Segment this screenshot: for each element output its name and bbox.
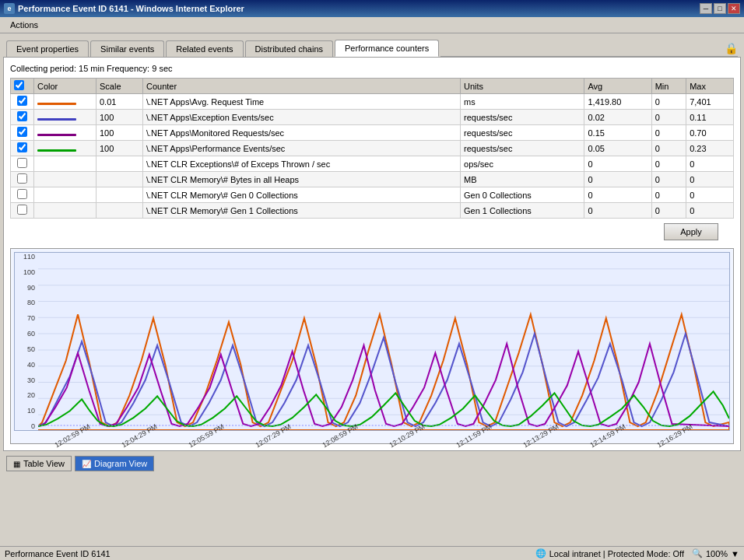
table-row: \.NET CLR Memory\# Bytes in all HeapsMB0… bbox=[11, 172, 734, 187]
col-avg: Avg bbox=[584, 79, 651, 94]
row-min-cell: 0 bbox=[651, 156, 686, 172]
row-checkbox-cell[interactable] bbox=[11, 172, 34, 187]
row-counter-cell: \.NET CLR Exceptions\# of Exceps Thrown … bbox=[143, 156, 461, 172]
y-label-40: 40 bbox=[16, 361, 35, 369]
row-counter-cell: \.NET Apps\Performance Events/sec bbox=[143, 141, 461, 156]
table-header-row: Color Scale Counter Units Avg Min Max bbox=[11, 79, 734, 94]
table-row: \.NET CLR Exceptions\# of Exceps Thrown … bbox=[11, 156, 734, 172]
y-label-30: 30 bbox=[16, 376, 35, 384]
color-line bbox=[37, 118, 76, 121]
tab-related-events[interactable]: Related events bbox=[166, 40, 243, 57]
row-scale-cell: 100 bbox=[97, 125, 143, 141]
y-label-50: 50 bbox=[16, 345, 35, 353]
col-min: Min bbox=[651, 79, 686, 94]
table-row: 100\.NET Apps\Performance Events/secrequ… bbox=[11, 141, 734, 156]
col-units: Units bbox=[461, 79, 584, 94]
row-counter-cell: \.NET Apps\Monitored Requests/sec bbox=[143, 125, 461, 141]
y-label-20: 20 bbox=[16, 391, 35, 399]
tab-similar-events[interactable]: Similar events bbox=[90, 40, 164, 57]
row-7-checkbox[interactable] bbox=[17, 205, 27, 215]
time-labels: 12:02:59 PM12:04:29 PM12:05:59 PM12:07:2… bbox=[14, 431, 730, 440]
row-max-cell: 0 bbox=[686, 203, 734, 219]
select-all-checkbox[interactable] bbox=[14, 80, 24, 90]
row-1-checkbox[interactable] bbox=[17, 111, 27, 121]
y-axis-labels: 110 100 90 80 70 60 50 40 30 20 10 0 bbox=[15, 253, 37, 430]
row-6-checkbox[interactable] bbox=[17, 189, 27, 199]
row-min-cell: 0 bbox=[651, 141, 686, 156]
y-label-10: 10 bbox=[16, 407, 35, 415]
row-scale-cell bbox=[97, 187, 143, 203]
apply-section: Apply bbox=[10, 219, 718, 245]
maximize-button[interactable]: □ bbox=[714, 3, 726, 14]
row-avg-cell: 0 bbox=[584, 187, 651, 203]
row-min-cell: 0 bbox=[651, 110, 686, 125]
tab-event-properties[interactable]: Event properties bbox=[6, 40, 89, 57]
menu-bar: Actions bbox=[0, 17, 744, 33]
tab-distributed-chains[interactable]: Distributed chains bbox=[245, 40, 333, 57]
color-line bbox=[37, 149, 76, 152]
row-counter-cell: \.NET CLR Memory\# Gen 0 Collections bbox=[143, 187, 461, 203]
minimize-button[interactable]: ─ bbox=[700, 3, 712, 14]
actions-menu[interactable]: Actions bbox=[4, 19, 44, 31]
close-button[interactable]: ✕ bbox=[728, 3, 740, 14]
row-checkbox-cell[interactable] bbox=[11, 203, 34, 219]
row-3-checkbox[interactable] bbox=[17, 142, 27, 152]
row-counter-cell: \.NET CLR Memory\# Gen 1 Collections bbox=[143, 203, 461, 219]
row-max-cell: 0.70 bbox=[686, 125, 734, 141]
row-checkbox-cell[interactable] bbox=[11, 125, 34, 141]
row-scale-cell bbox=[97, 203, 143, 219]
row-scale-cell: 100 bbox=[97, 110, 143, 125]
row-max-cell: 0 bbox=[686, 156, 734, 172]
col-counter: Counter bbox=[143, 79, 461, 94]
row-color-cell bbox=[34, 141, 97, 156]
row-0-checkbox[interactable] bbox=[17, 96, 27, 106]
row-scale-cell bbox=[97, 156, 143, 172]
row-4-checkbox[interactable] bbox=[17, 158, 27, 168]
row-units-cell: requests/sec bbox=[461, 110, 584, 125]
row-scale-cell bbox=[97, 172, 143, 187]
apply-button[interactable]: Apply bbox=[664, 223, 718, 240]
table-body: 0.01\.NET Apps\Avg. Request Timems1,419.… bbox=[11, 94, 734, 219]
chart-container: 110 100 90 80 70 60 50 40 30 20 10 0 bbox=[10, 248, 734, 444]
row-units-cell: MB bbox=[461, 172, 584, 187]
row-avg-cell: 0 bbox=[584, 172, 651, 187]
row-max-cell: 0.23 bbox=[686, 141, 734, 156]
row-units-cell: ops/sec bbox=[461, 156, 584, 172]
row-checkbox-cell[interactable] bbox=[11, 141, 34, 156]
title-bar-controls[interactable]: ─ □ ✕ bbox=[700, 3, 740, 14]
bottom-bar: ▦ Table View 📈 Diagram View bbox=[3, 453, 741, 474]
collecting-period: Collecting period: 15 min Frequency: 9 s… bbox=[10, 64, 734, 73]
diagram-view-button[interactable]: 📈 Diagram View bbox=[75, 456, 154, 471]
row-color-cell bbox=[34, 187, 97, 203]
row-checkbox-cell[interactable] bbox=[11, 156, 34, 172]
row-avg-cell: 0 bbox=[584, 156, 651, 172]
chart-svg bbox=[38, 253, 729, 430]
y-label-90: 90 bbox=[16, 284, 35, 292]
table-icon: ▦ bbox=[13, 460, 20, 468]
row-checkbox-cell[interactable] bbox=[11, 94, 34, 110]
y-label-70: 70 bbox=[16, 314, 35, 322]
color-line bbox=[37, 103, 76, 105]
table-wrapper: Color Scale Counter Units Avg Min Max 0.… bbox=[10, 78, 734, 219]
row-max-cell: 0 bbox=[686, 187, 734, 203]
row-2-checkbox[interactable] bbox=[17, 127, 27, 137]
col-color: Color bbox=[34, 79, 97, 94]
row-counter-cell: \.NET Apps\Exception Events/sec bbox=[143, 110, 461, 125]
y-label-0: 0 bbox=[16, 422, 35, 430]
row-checkbox-cell[interactable] bbox=[11, 187, 34, 203]
row-color-cell bbox=[34, 156, 97, 172]
row-color-cell bbox=[34, 125, 97, 141]
row-avg-cell: 0.15 bbox=[584, 125, 651, 141]
table-view-button[interactable]: ▦ Table View bbox=[6, 456, 72, 471]
title-bar-left: e Performance Event ID 6141 - Windows In… bbox=[4, 3, 244, 14]
row-5-checkbox[interactable] bbox=[17, 173, 27, 184]
row-color-cell bbox=[34, 94, 97, 110]
tab-performance-counters[interactable]: Performance counters bbox=[335, 40, 439, 57]
lock-icon: 🔒 bbox=[725, 42, 738, 54]
row-color-cell bbox=[34, 110, 97, 125]
row-checkbox-cell[interactable] bbox=[11, 110, 34, 125]
row-units-cell: Gen 0 Collections bbox=[461, 187, 584, 203]
ie-icon: e bbox=[4, 3, 15, 14]
diagram-icon: 📈 bbox=[82, 460, 91, 468]
col-max: Max bbox=[686, 79, 734, 94]
